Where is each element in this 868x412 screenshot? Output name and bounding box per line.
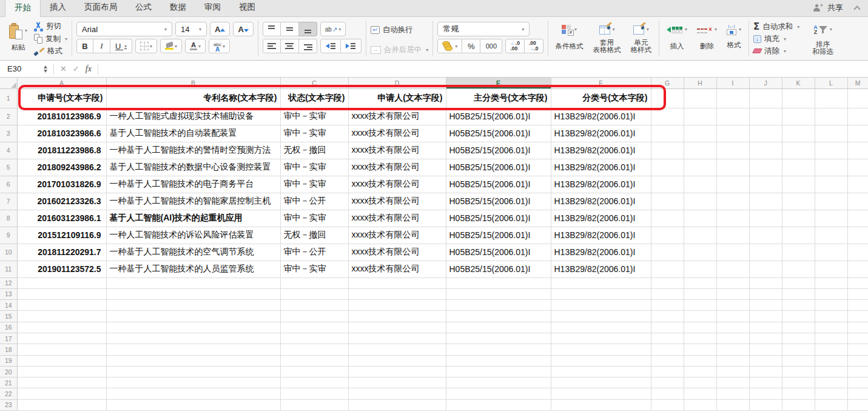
cell-A6[interactable]: 201701031826.9: [17, 176, 106, 193]
conditional-formatting-button[interactable]: ≠▾ 条件格式: [553, 19, 587, 51]
cell-M9[interactable]: [847, 227, 868, 244]
row-header-9[interactable]: 9: [0, 227, 17, 244]
cell-F20[interactable]: [551, 366, 651, 377]
cell-F8[interactable]: H13B29/82(2006.01)I: [551, 210, 651, 227]
cell-M1[interactable]: [847, 88, 868, 108]
row-header-1[interactable]: 1: [0, 88, 17, 108]
cell-B21[interactable]: [106, 377, 280, 388]
cell-E1[interactable]: 主分类号(文本字段): [446, 88, 551, 108]
cell-C21[interactable]: [280, 377, 348, 388]
cell-K22[interactable]: [782, 388, 815, 399]
cell-J9[interactable]: [749, 227, 782, 244]
cell-L10[interactable]: [815, 244, 847, 261]
cell-B22[interactable]: [106, 388, 280, 399]
cell-M13[interactable]: [847, 288, 868, 299]
cell-B16[interactable]: [106, 322, 280, 333]
cell-I13[interactable]: [716, 288, 749, 299]
cell-F14[interactable]: [551, 300, 651, 311]
cell-H20[interactable]: [684, 366, 716, 377]
column-header-M[interactable]: M: [847, 78, 868, 88]
cell-C20[interactable]: [280, 366, 348, 377]
cell-H1[interactable]: [684, 88, 716, 108]
tab-home[interactable]: 开始: [5, 0, 41, 17]
cell-E8[interactable]: H05B25/15(2006.01)I: [446, 210, 551, 227]
cell-H13[interactable]: [684, 288, 716, 299]
cell-G5[interactable]: [651, 159, 684, 176]
borders-button[interactable]: ▾: [135, 39, 157, 53]
cell-A17[interactable]: [17, 333, 106, 344]
cell-H14[interactable]: [684, 300, 716, 311]
copy-dropdown-arrow[interactable]: ▾: [65, 36, 67, 42]
cell-A11[interactable]: 201901123572.5: [17, 261, 106, 277]
cell-C22[interactable]: [280, 388, 348, 399]
cell-C14[interactable]: [280, 300, 348, 311]
wrap-text-button[interactable]: ↩ 自动换行: [371, 24, 429, 36]
cell-M18[interactable]: [847, 344, 868, 355]
cell-H15[interactable]: [684, 311, 716, 322]
column-header-I[interactable]: I: [716, 78, 749, 88]
cell-M19[interactable]: [847, 355, 868, 366]
cell-I17[interactable]: [716, 333, 749, 344]
row-header-7[interactable]: 7: [0, 193, 17, 210]
cell-I3[interactable]: [716, 125, 749, 142]
cell-D3[interactable]: xxxx技术有限公司: [348, 125, 446, 142]
sort-filter-button[interactable]: AZ ▾ 排序 和筛选: [809, 19, 836, 56]
cell-styles-button[interactable]: ▾ 单元 格样式: [628, 19, 655, 55]
tab-review[interactable]: 审阅: [195, 0, 230, 16]
cell-I19[interactable]: [716, 355, 749, 366]
cell-G3[interactable]: [651, 125, 684, 142]
cell-C13[interactable]: [280, 288, 348, 299]
cell-F6[interactable]: H13B29/82(2006.01)I: [551, 176, 651, 193]
copy-button[interactable]: 复制▾: [34, 33, 67, 45]
text-effects-button[interactable]: abcA▾: [209, 39, 230, 53]
row-header-14[interactable]: 14: [0, 300, 17, 311]
paste-dropdown-arrow[interactable]: ▾: [25, 27, 27, 35]
decrease-indent-button[interactable]: [320, 39, 341, 53]
share-button[interactable]: 共享: [827, 2, 843, 13]
cell-D18[interactable]: [348, 344, 446, 355]
cell-A10[interactable]: 201811220291.7: [17, 244, 106, 261]
cell-I18[interactable]: [716, 344, 749, 355]
cell-E20[interactable]: [446, 366, 551, 377]
cell-A18[interactable]: [17, 344, 106, 355]
cell-J13[interactable]: [749, 288, 782, 299]
cell-H23[interactable]: [684, 399, 716, 410]
cell-M15[interactable]: [847, 311, 868, 322]
cell-L18[interactable]: [815, 344, 847, 355]
cell-A1[interactable]: 申请号(文本字段): [17, 88, 106, 108]
cell-B20[interactable]: [106, 366, 280, 377]
cell-K19[interactable]: [782, 355, 815, 366]
row-header-8[interactable]: 8: [0, 210, 17, 227]
cell-F3[interactable]: H13B29/82(2006.01)I: [551, 125, 651, 142]
cell-F7[interactable]: H13B29/82(2006.01)I: [551, 193, 651, 210]
format-painter-button[interactable]: 格式: [34, 45, 67, 57]
cell-L16[interactable]: [815, 322, 847, 333]
cell-L4[interactable]: [815, 142, 847, 159]
cell-L11[interactable]: [815, 261, 847, 277]
cell-L2[interactable]: [815, 108, 847, 125]
cell-M5[interactable]: [847, 159, 868, 176]
cell-H16[interactable]: [684, 322, 716, 333]
clear-button[interactable]: 清除▾: [753, 45, 799, 57]
cell-D1[interactable]: 申请人(文本字段): [348, 88, 446, 108]
cell-B9[interactable]: 一种人工智能技术的诉讼风险评估装置: [106, 227, 280, 244]
cell-J23[interactable]: [749, 399, 782, 410]
cell-F19[interactable]: [551, 355, 651, 366]
cell-M20[interactable]: [847, 366, 868, 377]
cell-C18[interactable]: [280, 344, 348, 355]
cell-C23[interactable]: [280, 399, 348, 410]
cell-C19[interactable]: [280, 355, 348, 366]
cell-A15[interactable]: [17, 311, 106, 322]
cell-G18[interactable]: [651, 344, 684, 355]
name-box-stepper[interactable]: [44, 65, 47, 73]
cell-D5[interactable]: xxxx技术有限公司: [348, 159, 446, 176]
row-header-13[interactable]: 13: [0, 288, 17, 299]
cell-I2[interactable]: [716, 108, 749, 125]
cell-J3[interactable]: [749, 125, 782, 142]
cell-K17[interactable]: [782, 333, 815, 344]
cell-G4[interactable]: [651, 142, 684, 159]
cell-G12[interactable]: [651, 277, 684, 288]
row-header-19[interactable]: 19: [0, 355, 17, 366]
italic-button[interactable]: I: [93, 39, 110, 53]
cell-C12[interactable]: [280, 277, 348, 288]
